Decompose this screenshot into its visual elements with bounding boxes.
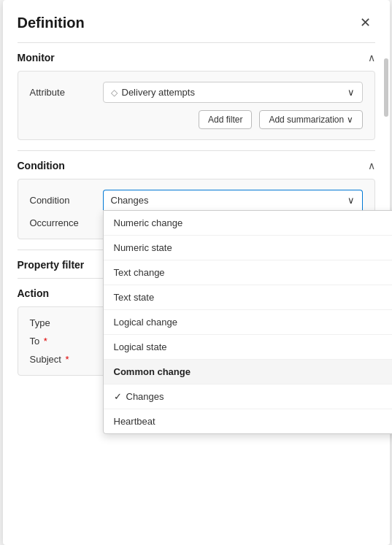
monitor-section: Monitor ∧ Attribute ◇ Delivery attempts …	[3, 42, 390, 140]
add-summarization-chevron: ∨	[347, 115, 353, 125]
condition-field-row: Condition Changes ∨ Numeric change ∨	[30, 190, 363, 210]
panel-title: Definition	[18, 15, 85, 31]
condition-selected-value: Changes	[111, 195, 149, 206]
condition-dropdown-list: Numeric change ∨ Numeric state ∨ Text ch…	[103, 210, 393, 434]
dropdown-item-changes[interactable]: ✓ Changes	[104, 384, 393, 409]
close-button[interactable]: ✕	[356, 13, 375, 32]
dropdown-item-label: Numeric state	[114, 242, 393, 253]
property-filter-section-title: Property filter	[18, 259, 85, 271]
subject-label: Subject *	[30, 354, 103, 365]
dropdown-item-label: Common change	[114, 366, 393, 377]
condition-section-title: Condition	[18, 160, 65, 171]
action-section-title: Action	[18, 287, 50, 299]
dropdown-item-logical-state[interactable]: Logical state ∨	[104, 335, 393, 360]
dropdown-item-label: Text change	[114, 267, 393, 278]
definition-panel: Definition ✕ Monitor ∧ Attribute ◇ Deliv…	[3, 0, 390, 545]
dropdown-item-text-change[interactable]: Text change ∨	[104, 260, 393, 285]
monitor-collapse-icon[interactable]: ∧	[368, 52, 375, 63]
panel-header: Definition ✕	[3, 0, 390, 42]
condition-section-body: Condition Changes ∨ Numeric change ∨	[18, 179, 375, 239]
monitor-section-title: Monitor	[18, 52, 55, 63]
condition-label: Condition	[30, 195, 103, 206]
to-required-marker: *	[44, 336, 47, 347]
condition-collapse-icon[interactable]: ∧	[368, 160, 375, 171]
dropdown-item-label: Numeric change	[114, 217, 393, 228]
condition-section: Condition ∧ Condition Changes ∨ Numeric …	[3, 150, 390, 239]
condition-section-header: Condition ∧	[18, 150, 375, 179]
add-filter-button[interactable]: Add filter	[199, 110, 252, 129]
dropdown-item-label: Logical change	[114, 317, 393, 328]
condition-dropdown-chevron: ∨	[347, 195, 355, 206]
dropdown-item-common-change-group[interactable]: Common change ∧	[104, 360, 393, 384]
dropdown-item-numeric-change[interactable]: Numeric change ∨	[104, 211, 393, 236]
occurrence-label: Occurrence	[30, 217, 103, 228]
attribute-field-row: Attribute ◇ Delivery attempts ∨	[30, 82, 363, 103]
dropdown-item-label: Text state	[114, 292, 393, 303]
panel-scrollbar[interactable]	[384, 58, 388, 117]
to-label: To *	[30, 336, 103, 347]
attribute-label: Attribute	[30, 87, 103, 98]
dropdown-item-numeric-state[interactable]: Numeric state ∨	[104, 236, 393, 260]
attribute-value: Delivery attempts	[122, 87, 195, 98]
type-label: Type	[30, 317, 103, 328]
attribute-dropdown[interactable]: ◇ Delivery attempts ∨	[103, 82, 363, 103]
filter-btn-row: Add filter Add summarization ∨	[30, 110, 363, 129]
dropdown-item-label: Heartbeat	[114, 416, 393, 427]
subject-required-marker: *	[66, 354, 69, 365]
dropdown-item-logical-change[interactable]: Logical change ∨	[104, 310, 393, 335]
monitor-section-body: Attribute ◇ Delivery attempts ∨ Add filt…	[18, 71, 375, 140]
condition-dropdown-trigger[interactable]: Changes ∨	[103, 190, 363, 210]
attribute-dropdown-chevron: ∨	[347, 87, 355, 98]
dropdown-item-label: Logical state	[114, 341, 393, 352]
dropdown-item-label: Changes	[126, 391, 393, 402]
diamond-icon: ◇	[111, 88, 118, 98]
dropdown-item-text-state[interactable]: Text state ∨	[104, 285, 393, 310]
add-summarization-label: Add summarization	[269, 115, 344, 125]
condition-select-container: Changes ∨ Numeric change ∨ Numeric state…	[103, 190, 363, 210]
check-icon: ✓	[114, 391, 122, 402]
add-summarization-button[interactable]: Add summarization ∨	[259, 110, 362, 129]
dropdown-item-heartbeat[interactable]: Heartbeat ∨	[104, 409, 393, 433]
monitor-section-header: Monitor ∧	[18, 42, 375, 71]
